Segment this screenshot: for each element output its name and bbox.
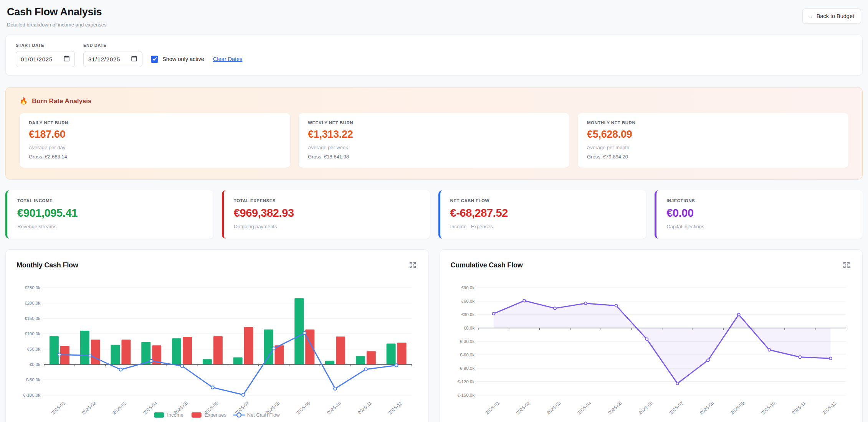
burn-rate-title: Burn Rate Analysis bbox=[32, 97, 91, 105]
data-point-marker bbox=[615, 304, 617, 307]
expenses-bar bbox=[397, 343, 407, 364]
calendar-icon[interactable] bbox=[63, 55, 70, 63]
show-only-active-label[interactable]: Show only active bbox=[162, 56, 204, 62]
expenses-bar bbox=[213, 336, 223, 364]
expand-icon bbox=[409, 261, 417, 269]
income-bar bbox=[80, 331, 89, 364]
legend-label: Income bbox=[167, 412, 184, 418]
burn-card-sub: Average per month bbox=[587, 145, 839, 150]
burn-card-value: €5,628.09 bbox=[587, 129, 839, 140]
y-tick-label: €0.0k bbox=[30, 362, 40, 367]
income-bar bbox=[172, 338, 181, 364]
x-tick-label: 2025-12 bbox=[821, 400, 837, 415]
burn-card-value: €187.60 bbox=[29, 129, 281, 140]
y-tick-label: €150.0k bbox=[25, 316, 40, 321]
cumulative-cash-flow-chart: €90.0k€60.0k€30.0k€0.0k€-30.0k€-60.0k€-9… bbox=[451, 281, 852, 422]
y-tick-label: €-30.0k bbox=[460, 339, 475, 344]
income-bar bbox=[233, 358, 243, 364]
y-tick-label: €90.0k bbox=[461, 285, 475, 290]
weekly-net-burn-card: WEEKLY NET BURN €1,313.22 Average per we… bbox=[299, 113, 569, 168]
x-tick-label: 2025-04 bbox=[576, 400, 592, 415]
expand-chart-button[interactable] bbox=[408, 260, 418, 270]
data-point-marker bbox=[492, 312, 495, 315]
y-tick-label: €-60.0k bbox=[460, 353, 475, 357]
income-bar bbox=[50, 336, 59, 364]
y-tick-label: €-120.0k bbox=[457, 379, 475, 384]
data-point-marker bbox=[768, 349, 770, 351]
income-bar bbox=[325, 361, 334, 364]
burn-card-sub: Average per day bbox=[29, 145, 281, 150]
chart-header: Cumulative Cash Flow bbox=[451, 260, 852, 270]
data-point-marker bbox=[737, 313, 740, 316]
burn-card-label: DAILY NET BURN bbox=[29, 120, 281, 125]
show-only-active-checkbox[interactable] bbox=[151, 56, 158, 63]
x-tick-label: 2025-02 bbox=[515, 400, 531, 415]
page: Cash Flow Analysis Detailed breakdown of… bbox=[0, 0, 868, 422]
area-fill bbox=[493, 301, 830, 384]
stat-card-label: TOTAL INCOME bbox=[17, 198, 203, 203]
expenses-bar bbox=[305, 330, 314, 364]
data-point-marker bbox=[364, 368, 367, 371]
fire-icon: 🔥 bbox=[20, 97, 28, 105]
end-date-input[interactable]: 31/12/2025 bbox=[83, 51, 142, 67]
y-tick-label: €200.0k bbox=[25, 301, 40, 305]
end-date-value: 31/12/2025 bbox=[88, 56, 120, 63]
y-tick-label: €-90.0k bbox=[460, 366, 475, 371]
calendar-icon[interactable] bbox=[131, 55, 137, 63]
y-tick-label: €30.0k bbox=[461, 312, 475, 317]
chart-header: Monthly Cash Flow bbox=[17, 260, 418, 270]
x-tick-label: 2025-06 bbox=[637, 400, 653, 415]
data-point-marker bbox=[799, 356, 801, 358]
filter-card: START DATE 01/01/2025 END DATE 31/12/202… bbox=[5, 35, 863, 76]
x-tick-label: 2025-07 bbox=[668, 400, 684, 415]
data-point-marker bbox=[395, 364, 398, 367]
y-tick-label: €-50.0k bbox=[26, 377, 41, 382]
x-tick-label: 2025-11 bbox=[357, 400, 373, 415]
start-date-value: 01/01/2025 bbox=[21, 56, 53, 63]
x-tick-label: 2025-11 bbox=[791, 400, 807, 415]
start-date-input[interactable]: 01/01/2025 bbox=[16, 51, 75, 67]
stat-card-sub: Capital injections bbox=[666, 224, 853, 229]
y-tick-label: €50.0k bbox=[27, 347, 40, 351]
stat-card-value: €901,095.41 bbox=[17, 207, 203, 219]
expenses-bar bbox=[336, 336, 345, 364]
data-point-marker bbox=[584, 302, 587, 305]
back-to-budget-button[interactable]: ← Back to Budget bbox=[802, 8, 861, 24]
start-date-field: START DATE 01/01/2025 bbox=[16, 43, 75, 67]
income-bar bbox=[356, 356, 365, 364]
data-point-marker bbox=[180, 364, 184, 368]
burn-rate-header: 🔥 Burn Rate Analysis bbox=[20, 97, 848, 105]
legend-label: Expenses bbox=[205, 412, 227, 418]
data-point-marker bbox=[150, 359, 153, 363]
chart-title: Monthly Cash Flow bbox=[17, 261, 78, 269]
data-point-marker bbox=[58, 353, 61, 356]
legend-swatch bbox=[154, 412, 164, 418]
x-tick-label: 2025-03 bbox=[111, 400, 127, 415]
burn-rate-section: 🔥 Burn Rate Analysis DAILY NET BURN €187… bbox=[5, 87, 863, 180]
stat-card-label: TOTAL EXPENSES bbox=[234, 198, 420, 203]
data-point-marker bbox=[829, 357, 832, 360]
expand-chart-button[interactable] bbox=[842, 260, 851, 270]
show-only-active-control: Show only active Clear Dates bbox=[151, 51, 242, 67]
end-date-field: END DATE 31/12/2025 bbox=[83, 43, 142, 67]
data-point-marker bbox=[211, 386, 214, 389]
page-subtitle: Detailed breakdown of income and expense… bbox=[7, 22, 106, 28]
data-point-marker bbox=[676, 382, 679, 385]
expenses-bar bbox=[274, 345, 284, 364]
burn-card-gross: Gross: €2,663.14 bbox=[29, 154, 281, 160]
stat-card-sub: Revenue streams bbox=[17, 224, 203, 229]
legend-label: Net Cash Flow bbox=[247, 412, 280, 418]
data-point-marker bbox=[645, 338, 648, 341]
charts-row: Monthly Cash Flow €250.0k€200.0k€150.0k€… bbox=[5, 249, 863, 422]
income-bar bbox=[294, 298, 304, 364]
y-tick-label: €-100.0k bbox=[23, 393, 40, 397]
expenses-bar bbox=[121, 340, 131, 364]
data-point-marker bbox=[553, 307, 556, 310]
data-point-marker bbox=[334, 387, 337, 390]
clear-dates-link[interactable]: Clear Dates bbox=[213, 56, 243, 62]
expenses-bar bbox=[91, 340, 100, 364]
data-point-marker bbox=[523, 299, 526, 302]
burn-card-value: €1,313.22 bbox=[308, 129, 560, 140]
income-bar bbox=[264, 330, 273, 364]
stat-card-label: NET CASH FLOW bbox=[450, 198, 637, 203]
